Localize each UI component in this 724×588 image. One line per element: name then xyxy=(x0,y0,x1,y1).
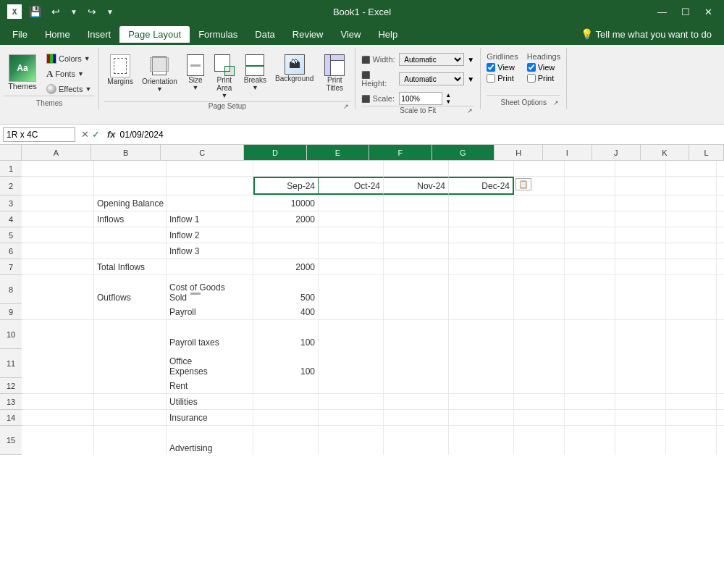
cell-r8-e[interactable] xyxy=(319,275,384,304)
height-select[interactable]: Automatic 1 page 2 pages xyxy=(399,72,464,85)
cell-r14-b[interactable] xyxy=(94,410,167,425)
headings-print-checkbox[interactable] xyxy=(527,74,536,83)
cell-r1-e[interactable] xyxy=(319,161,384,176)
cell-r10-k[interactable] xyxy=(666,320,717,349)
menu-formulas[interactable]: Formulas xyxy=(190,26,246,43)
col-header-d[interactable]: D xyxy=(244,145,306,160)
cell-r8-k[interactable] xyxy=(666,275,717,304)
cell-r5-k[interactable] xyxy=(666,227,717,243)
cell-r12-a[interactable] xyxy=(22,378,94,393)
cell-r4-g[interactable] xyxy=(449,211,514,227)
cell-r5-h[interactable] xyxy=(514,227,565,243)
cell-r1-a[interactable] xyxy=(22,161,94,176)
cell-r6-k[interactable] xyxy=(666,243,717,259)
cell-r1-h[interactable] xyxy=(514,161,565,176)
col-header-f[interactable]: F xyxy=(369,145,432,160)
cell-r11-d[interactable]: 100 xyxy=(253,349,319,378)
row-header-7[interactable]: 7 xyxy=(0,259,22,275)
cell-r7-e[interactable] xyxy=(319,259,384,274)
cell-r2-j[interactable] xyxy=(615,177,666,195)
menu-help[interactable]: Help xyxy=(369,26,406,43)
cell-r10-f[interactable] xyxy=(384,320,449,349)
cell-r1-l[interactable] xyxy=(717,161,724,176)
cell-r12-d[interactable] xyxy=(253,378,319,393)
cell-r14-g[interactable] xyxy=(449,410,514,425)
cell-r2-d[interactable]: Sep-24 xyxy=(253,177,319,195)
cell-r12-l[interactable] xyxy=(717,378,724,393)
sheet-options-expand-icon[interactable]: ↗ xyxy=(553,99,559,106)
cell-r15-k[interactable] xyxy=(666,426,717,455)
menu-review[interactable]: Review xyxy=(284,26,332,43)
menu-page-layout[interactable]: Page Layout xyxy=(119,26,190,43)
cell-r15-i[interactable] xyxy=(565,426,615,455)
name-box[interactable] xyxy=(3,127,75,142)
width-expand-icon[interactable]: ▼ xyxy=(467,56,474,64)
cell-r15-j[interactable] xyxy=(615,426,666,455)
themes-button[interactable]: Aa Themes xyxy=(4,52,41,93)
col-header-c[interactable]: C xyxy=(161,145,244,160)
cell-r3-c[interactable] xyxy=(167,196,253,211)
effects-button[interactable]: Effects ▼ xyxy=(43,83,94,96)
cell-r5-d[interactable] xyxy=(253,227,319,243)
col-header-k[interactable]: K xyxy=(641,145,689,160)
cell-r1-i[interactable] xyxy=(565,161,615,176)
cell-r5-f[interactable] xyxy=(384,227,449,243)
col-header-a[interactable]: A xyxy=(22,145,91,160)
cell-r7-a[interactable] xyxy=(22,259,94,274)
row-header-2[interactable]: 2 xyxy=(0,177,22,196)
cell-r12-e[interactable] xyxy=(319,378,384,393)
cell-r15-a[interactable] xyxy=(22,426,94,455)
gridlines-view-checkbox[interactable] xyxy=(487,63,495,72)
cell-r3-h[interactable] xyxy=(514,196,565,211)
cell-r8-f[interactable] xyxy=(384,275,449,304)
cell-r2-a[interactable] xyxy=(22,177,94,195)
cell-r7-c[interactable] xyxy=(167,259,253,274)
cell-r4-k[interactable] xyxy=(666,211,717,227)
menu-file[interactable]: File xyxy=(4,26,36,43)
cell-r2-k[interactable] xyxy=(666,177,717,195)
size-button[interactable]: Size ▼ xyxy=(182,52,209,93)
cell-r14-h[interactable] xyxy=(514,410,565,425)
cell-r3-g[interactable] xyxy=(449,196,514,211)
cell-r13-h[interactable] xyxy=(514,394,565,409)
cell-r10-d[interactable]: 100 xyxy=(253,320,319,349)
cell-r4-l[interactable] xyxy=(717,211,724,227)
cell-r4-d[interactable]: 2000 xyxy=(253,211,319,227)
cell-r6-f[interactable] xyxy=(384,243,449,259)
cell-r13-f[interactable] xyxy=(384,394,449,409)
cell-r14-a[interactable] xyxy=(22,410,94,425)
cell-r7-k[interactable] xyxy=(666,259,717,274)
cell-r5-a[interactable] xyxy=(22,227,94,243)
cell-r3-d[interactable]: 10000 xyxy=(253,196,319,211)
scale-down-icon[interactable]: ▼ xyxy=(445,98,451,105)
width-select[interactable]: Automatic 1 page 2 pages xyxy=(399,53,464,66)
close-button[interactable]: ✕ xyxy=(700,5,717,19)
menu-view[interactable]: View xyxy=(332,26,369,43)
cell-r10-h[interactable] xyxy=(514,320,565,349)
row-header-15[interactable]: 15 xyxy=(0,426,22,455)
cell-r10-b[interactable] xyxy=(94,320,167,349)
cell-r5-e[interactable] xyxy=(319,227,384,243)
row-header-1[interactable]: 1 xyxy=(0,161,22,177)
cell-r4-b[interactable]: Inflows xyxy=(94,211,167,227)
cell-r3-i[interactable] xyxy=(565,196,615,211)
cell-r6-h[interactable] xyxy=(514,243,565,259)
cell-r4-h[interactable] xyxy=(514,211,565,227)
cell-r7-f[interactable] xyxy=(384,259,449,274)
cell-r8-j[interactable] xyxy=(615,275,666,304)
cell-r4-c[interactable]: Inflow 1 xyxy=(167,211,253,227)
col-header-g[interactable]: G xyxy=(432,145,494,160)
cell-r6-l[interactable] xyxy=(717,243,724,259)
breaks-button[interactable]: Breaks ▼ xyxy=(240,52,270,93)
cell-r6-c[interactable]: Inflow 3 xyxy=(167,243,253,259)
menu-home[interactable]: Home xyxy=(36,26,79,43)
cell-r9-d[interactable]: 400 xyxy=(253,304,319,319)
cell-r14-f[interactable] xyxy=(384,410,449,425)
cell-r4-f[interactable] xyxy=(384,211,449,227)
cell-r2-i[interactable] xyxy=(565,177,615,195)
cell-r10-e[interactable] xyxy=(319,320,384,349)
cell-r9-h[interactable] xyxy=(514,304,565,319)
cell-r9-f[interactable] xyxy=(384,304,449,319)
maximize-button[interactable]: ☐ xyxy=(677,5,694,19)
height-expand-icon[interactable]: ▼ xyxy=(467,75,474,83)
